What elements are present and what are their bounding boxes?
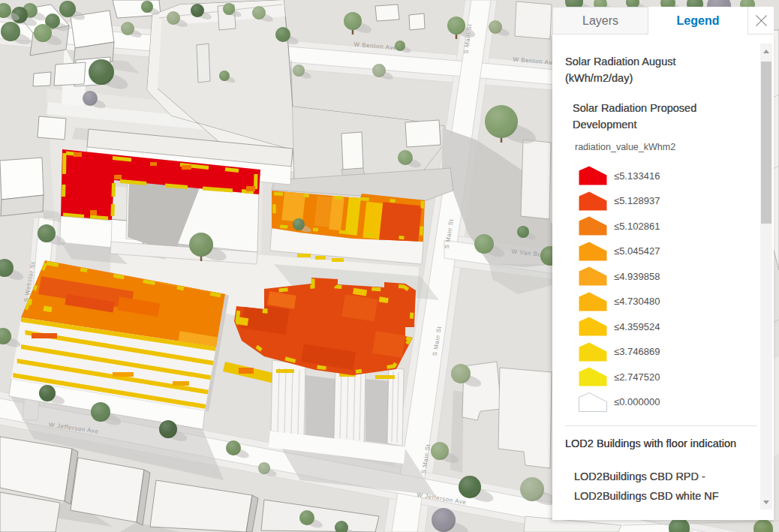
legend-swatch [579,342,607,362]
panel-tabbar: Layers Legend [552,7,774,35]
legend-swatch [579,392,607,412]
legend-label: ≤5.128937 [614,195,660,206]
legend-group-title: Solar Radiation August (kWh/m2/day) [565,53,741,86]
legend-layer-title: Solar Radiation Proposed Development [573,100,738,133]
tab-legend[interactable]: Legend [648,7,747,35]
legend-swatch [579,242,607,261]
legend-row: ≤4.939858 [579,266,660,286]
legend-label: ≤4.359524 [614,321,660,332]
legend-row: ≤3.746869 [579,342,660,362]
legend-label: ≤4.939858 [614,271,660,282]
legend-label: ≤5.102861 [614,221,660,232]
tab-layers[interactable]: Layers [552,7,648,35]
legend-section2-title: LOD2 Buildings with floor indication [565,437,760,449]
legend-row: ≤5.128937 [579,191,660,211]
legend-label: ≤5.133416 [614,170,660,182]
scene-viewer: W Benton AveW Benton AveS Main StS Main … [0,0,779,532]
legend-field-name: radiation_value_kWhm2 [575,142,675,152]
close-icon [755,14,768,27]
legend-row: ≤4.359524 [579,317,660,336]
legend-swatch [579,191,607,211]
legend-label: ≤0.000000 [614,396,660,407]
legend-row: ≤2.747520 [579,367,660,386]
legend-row: ≤5.102861 [579,216,660,236]
legend-row: ≤4.730480 [579,292,660,311]
legend-label: ≤2.747520 [614,371,660,383]
panel-scrollbar[interactable] [760,44,772,509]
legend-swatch [579,317,607,336]
legend-swatch [579,367,607,386]
side-panel: Layers Legend Solar Radiation August (kW… [552,7,774,520]
legend-row: ≤5.045427 [579,242,660,261]
scrollbar-thumb[interactable] [761,62,771,224]
legend-panel: Solar Radiation August (kWh/m2/day) Sola… [552,35,774,520]
legend-swatch [579,216,607,236]
close-button[interactable] [747,7,774,35]
scroll-up-icon[interactable] [760,45,772,57]
legend-swatch [579,266,607,286]
legend-label: ≤3.746869 [614,346,660,357]
legend-row: ≤0.000000 [579,392,660,412]
legend-swatch [579,292,607,311]
legend-row: ≤5.133416 [579,166,660,185]
legend-section2-item: LOD2Buildings CBD RPD - LOD2Buildings CB… [574,467,758,506]
legend-divider [565,425,757,426]
legend-swatch [579,166,607,185]
legend-label: ≤4.730480 [614,296,660,307]
scroll-down-icon[interactable] [760,496,772,508]
legend-label: ≤5.045427 [614,245,660,257]
